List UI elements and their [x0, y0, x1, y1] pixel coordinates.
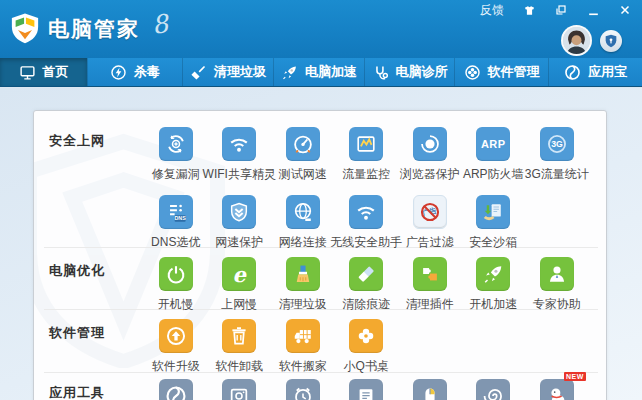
tab-clean-label: 清理垃圾 [214, 63, 266, 81]
power-icon [159, 257, 193, 291]
tab-appstore-icon [564, 64, 581, 81]
tab-clinic-icon [372, 64, 389, 81]
dns-icon: DNS [159, 195, 193, 229]
clover-icon [349, 319, 383, 353]
window-controls: 反馈 [480, 2, 632, 18]
expert-assist[interactable]: 专家协助 [525, 257, 589, 313]
tab-speedup-label: 电脑加速 [305, 63, 357, 81]
security-sandbox[interactable]: 安全沙箱 [462, 195, 526, 251]
tool-label: 小Q书桌 [306, 358, 426, 375]
refresh-icon [159, 127, 193, 161]
titlebar: 电脑管家 8 反馈 [0, 0, 642, 58]
section-label: 软件管理 [49, 324, 105, 342]
tab-antivirus[interactable]: 杀毒 [87, 58, 182, 86]
wifi-icon [349, 195, 383, 229]
ban-icon: 广告 [413, 195, 447, 229]
section-label: 电脑优化 [49, 262, 105, 280]
brush-icon [286, 257, 320, 291]
user-avatar[interactable] [561, 25, 592, 56]
app-title: 电脑管家 [48, 15, 140, 43]
wifi-icon [222, 127, 256, 161]
close-icon[interactable] [618, 3, 632, 17]
svg-text:3G: 3G [551, 139, 563, 149]
arp-icon: ARP [476, 127, 510, 161]
spiral-tool[interactable] [462, 379, 526, 400]
tab-appstore-label: 应用宝 [588, 63, 627, 81]
tab-clinic[interactable]: 电脑诊所 [364, 58, 454, 86]
tab-speedup-icon [281, 64, 298, 81]
puzzle-icon [413, 257, 447, 291]
app-treasure-tool[interactable] [144, 379, 208, 400]
tab-home-icon [19, 64, 36, 81]
content-area: 安全上网修复漏洞WIFI共享精灵测试网速流量监控浏览器保护ARPARP防火墙3G… [0, 88, 642, 400]
tool-label: 安全沙箱 [433, 234, 553, 251]
mouse-tool[interactable] [398, 379, 462, 400]
tool-label: 3G流量统计 [497, 166, 607, 183]
3g-traffic-stats[interactable]: 3G3G流量统计 [525, 127, 589, 183]
swirl-icon [159, 379, 193, 400]
orbit-icon [413, 127, 447, 161]
g3-icon: 3G [540, 127, 574, 161]
mouse-icon [413, 379, 447, 400]
truck-icon [286, 319, 320, 353]
section-label: 安全上网 [49, 132, 105, 150]
chart-icon [349, 127, 383, 161]
globe-icon [286, 195, 320, 229]
skin-icon[interactable] [522, 3, 536, 17]
eraser-icon [349, 257, 383, 291]
minimize-icon[interactable] [586, 3, 600, 17]
version-mark: 8 [150, 9, 170, 40]
tools-panel: 安全上网修复漏洞WIFI共享精灵测试网速流量监控浏览器保护ARPARP防火墙3G… [33, 110, 607, 400]
tab-clinic-label: 电脑诊所 [396, 63, 448, 81]
tab-home[interactable]: 首页 [0, 58, 87, 86]
icon-row: 软件升级软件卸载软件搬家小Q书桌 [144, 319, 398, 375]
app-logo-shield-icon [10, 12, 40, 45]
tab-appstore[interactable]: 应用宝 [548, 58, 642, 86]
sandbox-icon [476, 195, 510, 229]
trash-icon [222, 319, 256, 353]
account-shield-icon[interactable] [600, 30, 622, 52]
new-badge: NEW [564, 372, 586, 381]
person-icon [540, 257, 574, 291]
shielddown-icon [222, 195, 256, 229]
xiaoq-desk[interactable]: 小Q书桌 [335, 319, 399, 375]
qq-tool[interactable]: NEW [525, 379, 589, 400]
feedback-link[interactable]: 反馈 [480, 2, 504, 19]
tool-label: 专家协助 [497, 296, 607, 313]
icon-row: 修复漏洞WIFI共享精灵测试网速流量监控浏览器保护ARPARP防火墙3G3G流量… [144, 127, 589, 183]
icon-row: 开机慢e上网慢清理垃圾清除痕迹清理插件开机加速专家协助 [144, 257, 589, 313]
tab-speedup[interactable]: 电脑加速 [273, 58, 364, 86]
icon-row: DNSDNS选优网速保护网络连接无线安全助手广告广告过滤安全沙箱 [144, 195, 525, 251]
tab-software[interactable]: 软件管理 [454, 58, 548, 86]
tab-clean[interactable]: 清理垃圾 [182, 58, 273, 86]
document-tool[interactable] [335, 379, 399, 400]
gauge-icon [286, 127, 320, 161]
alarm-clock-tool[interactable] [271, 379, 335, 400]
photo-icon [222, 379, 256, 400]
upcircle-icon [159, 319, 193, 353]
restore-icon[interactable] [554, 3, 568, 17]
rocket-icon [476, 257, 510, 291]
lettere-icon: e [222, 257, 256, 291]
spiral-icon [476, 379, 510, 400]
main-nav: 首页杀毒清理垃圾电脑加速电脑诊所软件管理应用宝 [0, 58, 642, 87]
svg-text:DNS: DNS [174, 215, 186, 221]
icon-row: NEW [144, 379, 589, 400]
tab-antivirus-label: 杀毒 [134, 63, 160, 81]
tab-software-label: 软件管理 [488, 63, 540, 81]
photo-tool[interactable] [208, 379, 272, 400]
tab-home-label: 首页 [43, 63, 69, 81]
section-label: 应用工具 [49, 384, 105, 400]
tab-antivirus-icon [110, 64, 127, 81]
tab-software-icon [464, 64, 481, 81]
doc-icon [349, 379, 383, 400]
alarm-icon [286, 379, 320, 400]
penguin-icon: NEW [540, 379, 574, 400]
tab-clean-icon [190, 64, 207, 81]
